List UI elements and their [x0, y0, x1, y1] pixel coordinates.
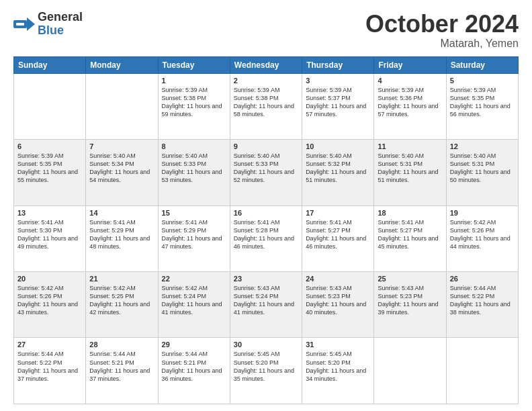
- day-detail: Sunrise: 5:44 AMSunset: 5:21 PMDaylight:…: [162, 350, 226, 383]
- day-number: 14: [89, 209, 154, 217]
- calendar-cell: 16Sunrise: 5:41 AMSunset: 5:28 PMDayligh…: [230, 205, 302, 271]
- svg-marker-1: [27, 17, 35, 31]
- day-detail: Sunrise: 5:45 AMSunset: 5:20 PMDaylight:…: [234, 350, 298, 383]
- calendar-week-row: 20Sunrise: 5:42 AMSunset: 5:26 PMDayligh…: [14, 272, 519, 338]
- logo-subtext: Blue: [38, 24, 83, 38]
- day-number: 29: [162, 340, 226, 349]
- day-detail: Sunrise: 5:40 AMSunset: 5:31 PMDaylight:…: [378, 152, 442, 185]
- day-detail: Sunrise: 5:41 AMSunset: 5:27 PMDaylight:…: [378, 218, 442, 251]
- location: Matarah, Yemen: [365, 38, 519, 50]
- calendar-cell: 1Sunrise: 5:39 AMSunset: 5:38 PMDaylight…: [158, 73, 230, 139]
- calendar-cell: 25Sunrise: 5:43 AMSunset: 5:23 PMDayligh…: [374, 272, 446, 338]
- day-detail: Sunrise: 5:40 AMSunset: 5:32 PMDaylight:…: [306, 152, 370, 185]
- day-number: 19: [450, 209, 515, 217]
- day-detail: Sunrise: 5:39 AMSunset: 5:36 PMDaylight:…: [378, 86, 442, 119]
- calendar-cell: [374, 338, 446, 404]
- calendar-header-sunday: Sunday: [14, 56, 86, 73]
- day-detail: Sunrise: 5:44 AMSunset: 5:21 PMDaylight:…: [89, 350, 154, 383]
- day-number: 15: [162, 209, 226, 217]
- day-detail: Sunrise: 5:42 AMSunset: 5:26 PMDaylight:…: [17, 284, 82, 317]
- day-number: 25: [378, 275, 442, 283]
- logo-icon: [13, 15, 35, 34]
- calendar-cell: [86, 73, 158, 139]
- calendar-cell: 22Sunrise: 5:42 AMSunset: 5:24 PMDayligh…: [158, 272, 230, 338]
- calendar-cell: 10Sunrise: 5:40 AMSunset: 5:32 PMDayligh…: [302, 140, 374, 205]
- day-detail: Sunrise: 5:39 AMSunset: 5:38 PMDaylight:…: [234, 86, 298, 119]
- day-detail: Sunrise: 5:43 AMSunset: 5:23 PMDaylight:…: [306, 284, 370, 317]
- day-detail: Sunrise: 5:40 AMSunset: 5:33 PMDaylight:…: [162, 152, 226, 185]
- day-number: 17: [306, 209, 370, 217]
- title-area: October 2024 Matarah, Yemen: [365, 11, 519, 50]
- calendar-cell: 30Sunrise: 5:45 AMSunset: 5:20 PMDayligh…: [230, 338, 302, 404]
- page: General Blue October 2024 Matarah, Yemen…: [0, 0, 532, 411]
- logo: General Blue: [13, 11, 83, 38]
- calendar-header-thursday: Thursday: [302, 56, 374, 73]
- day-number: 20: [17, 275, 82, 283]
- day-detail: Sunrise: 5:39 AMSunset: 5:38 PMDaylight:…: [162, 86, 226, 119]
- calendar-week-row: 6Sunrise: 5:39 AMSunset: 5:35 PMDaylight…: [14, 140, 519, 205]
- calendar-week-row: 1Sunrise: 5:39 AMSunset: 5:38 PMDaylight…: [14, 73, 519, 139]
- day-detail: Sunrise: 5:40 AMSunset: 5:31 PMDaylight:…: [450, 152, 515, 185]
- day-number: 8: [162, 142, 226, 150]
- day-number: 31: [306, 340, 370, 349]
- calendar-cell: 14Sunrise: 5:41 AMSunset: 5:29 PMDayligh…: [86, 205, 158, 271]
- day-detail: Sunrise: 5:43 AMSunset: 5:23 PMDaylight:…: [378, 284, 442, 317]
- day-number: 16: [234, 209, 298, 217]
- calendar-header-row: SundayMondayTuesdayWednesdayThursdayFrid…: [14, 56, 519, 73]
- day-number: 4: [378, 77, 442, 85]
- day-detail: Sunrise: 5:42 AMSunset: 5:25 PMDaylight:…: [89, 284, 154, 317]
- day-detail: Sunrise: 5:44 AMSunset: 5:22 PMDaylight:…: [450, 284, 515, 317]
- day-number: 13: [17, 209, 82, 217]
- calendar-cell: 31Sunrise: 5:45 AMSunset: 5:20 PMDayligh…: [302, 338, 374, 404]
- calendar-header-friday: Friday: [374, 56, 446, 73]
- day-detail: Sunrise: 5:40 AMSunset: 5:33 PMDaylight:…: [234, 152, 298, 185]
- day-detail: Sunrise: 5:40 AMSunset: 5:34 PMDaylight:…: [89, 152, 154, 185]
- logo-text: General: [38, 11, 83, 24]
- day-number: 21: [89, 275, 154, 283]
- day-number: 30: [234, 340, 298, 349]
- calendar-cell: 17Sunrise: 5:41 AMSunset: 5:27 PMDayligh…: [302, 205, 374, 271]
- calendar-cell: 6Sunrise: 5:39 AMSunset: 5:35 PMDaylight…: [14, 140, 86, 205]
- calendar-cell: 20Sunrise: 5:42 AMSunset: 5:26 PMDayligh…: [14, 272, 86, 338]
- day-number: 12: [450, 142, 515, 150]
- calendar-cell: 29Sunrise: 5:44 AMSunset: 5:21 PMDayligh…: [158, 338, 230, 404]
- day-number: 1: [162, 77, 226, 85]
- calendar-cell: 11Sunrise: 5:40 AMSunset: 5:31 PMDayligh…: [374, 140, 446, 205]
- day-detail: Sunrise: 5:39 AMSunset: 5:37 PMDaylight:…: [306, 86, 370, 119]
- calendar-header-saturday: Saturday: [446, 56, 518, 73]
- day-number: 10: [306, 142, 370, 150]
- calendar-cell: 3Sunrise: 5:39 AMSunset: 5:37 PMDaylight…: [302, 73, 374, 139]
- day-number: 3: [306, 77, 370, 85]
- calendar-cell: 26Sunrise: 5:44 AMSunset: 5:22 PMDayligh…: [446, 272, 518, 338]
- calendar-cell: 2Sunrise: 5:39 AMSunset: 5:38 PMDaylight…: [230, 73, 302, 139]
- calendar-cell: 28Sunrise: 5:44 AMSunset: 5:21 PMDayligh…: [86, 338, 158, 404]
- day-number: 9: [234, 142, 298, 150]
- calendar-week-row: 27Sunrise: 5:44 AMSunset: 5:22 PMDayligh…: [14, 338, 519, 404]
- day-detail: Sunrise: 5:41 AMSunset: 5:29 PMDaylight:…: [89, 218, 154, 251]
- day-detail: Sunrise: 5:41 AMSunset: 5:29 PMDaylight:…: [162, 218, 226, 251]
- calendar-table: SundayMondayTuesdayWednesdayThursdayFrid…: [13, 56, 519, 404]
- calendar-cell: 4Sunrise: 5:39 AMSunset: 5:36 PMDaylight…: [374, 73, 446, 139]
- calendar-cell: 19Sunrise: 5:42 AMSunset: 5:26 PMDayligh…: [446, 205, 518, 271]
- day-number: 2: [234, 77, 298, 85]
- day-number: 23: [234, 275, 298, 283]
- day-number: 24: [306, 275, 370, 283]
- calendar-week-row: 13Sunrise: 5:41 AMSunset: 5:30 PMDayligh…: [14, 205, 519, 271]
- svg-rect-2: [16, 23, 24, 26]
- calendar-cell: 23Sunrise: 5:43 AMSunset: 5:24 PMDayligh…: [230, 272, 302, 338]
- calendar-header-tuesday: Tuesday: [158, 56, 230, 73]
- calendar-cell: [14, 73, 86, 139]
- day-detail: Sunrise: 5:39 AMSunset: 5:35 PMDaylight:…: [450, 86, 515, 119]
- day-number: 27: [17, 340, 82, 349]
- day-number: 5: [450, 77, 515, 85]
- calendar-cell: 5Sunrise: 5:39 AMSunset: 5:35 PMDaylight…: [446, 73, 518, 139]
- day-detail: Sunrise: 5:39 AMSunset: 5:35 PMDaylight:…: [17, 152, 82, 185]
- calendar-cell: 7Sunrise: 5:40 AMSunset: 5:34 PMDaylight…: [86, 140, 158, 205]
- calendar-cell: 27Sunrise: 5:44 AMSunset: 5:22 PMDayligh…: [14, 338, 86, 404]
- calendar-cell: 18Sunrise: 5:41 AMSunset: 5:27 PMDayligh…: [374, 205, 446, 271]
- day-detail: Sunrise: 5:42 AMSunset: 5:26 PMDaylight:…: [450, 218, 515, 251]
- calendar-cell: 13Sunrise: 5:41 AMSunset: 5:30 PMDayligh…: [14, 205, 86, 271]
- day-detail: Sunrise: 5:44 AMSunset: 5:22 PMDaylight:…: [17, 350, 82, 383]
- day-number: 26: [450, 275, 515, 283]
- calendar-cell: 12Sunrise: 5:40 AMSunset: 5:31 PMDayligh…: [446, 140, 518, 205]
